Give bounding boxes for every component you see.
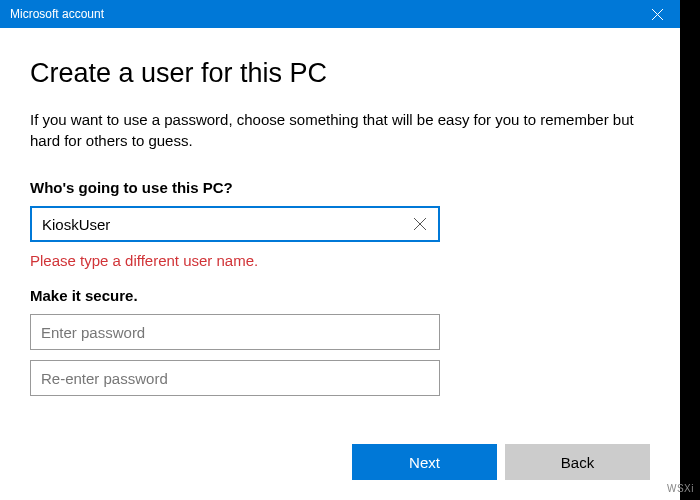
password-input[interactable] (30, 314, 440, 350)
dialog-window: Microsoft account Create a user for this… (0, 0, 680, 500)
close-button[interactable] (635, 0, 680, 28)
watermark: WSXi (667, 483, 694, 494)
page-description: If you want to use a password, choose so… (30, 109, 650, 151)
dialog-content: Create a user for this PC If you want to… (0, 28, 680, 426)
password-confirm-input-wrap (30, 360, 650, 396)
next-button[interactable]: Next (352, 444, 497, 480)
password-input-wrap (30, 314, 650, 350)
close-icon (652, 9, 663, 20)
titlebar: Microsoft account (0, 0, 680, 28)
page-title: Create a user for this PC (30, 58, 650, 89)
clear-username-button[interactable] (410, 214, 430, 234)
username-label: Who's going to use this PC? (30, 179, 650, 196)
username-error: Please type a different user name. (30, 252, 650, 269)
password-confirm-input[interactable] (30, 360, 440, 396)
dialog-footer: Next Back (0, 426, 680, 500)
username-input[interactable] (30, 206, 440, 242)
username-input-wrap (30, 206, 650, 242)
titlebar-title: Microsoft account (10, 7, 104, 21)
x-icon (414, 218, 426, 230)
back-button[interactable]: Back (505, 444, 650, 480)
secure-label: Make it secure. (30, 287, 650, 304)
